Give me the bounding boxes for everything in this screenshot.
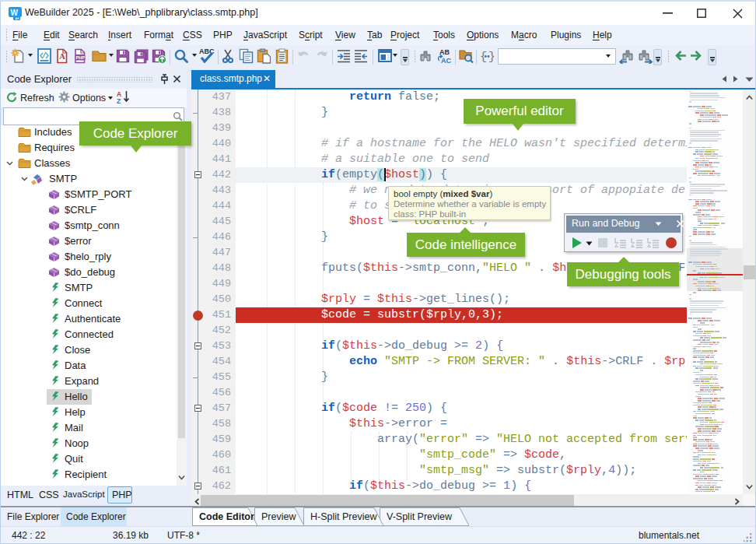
svg-text:Code Editor: Code Editor (199, 511, 254, 522)
svg-text:V-Split Preview: V-Split Preview (387, 511, 453, 522)
svg-text:PHP: PHP (76, 55, 86, 60)
svg-text:H-Split Preview: H-Split Preview (310, 511, 377, 522)
svg-text:A: A (59, 51, 65, 61)
svg-text:Z: Z (117, 97, 121, 104)
svg-text:Preview: Preview (261, 511, 296, 522)
svg-text:AC: AC (441, 57, 451, 65)
svg-text:W: W (11, 9, 19, 17)
